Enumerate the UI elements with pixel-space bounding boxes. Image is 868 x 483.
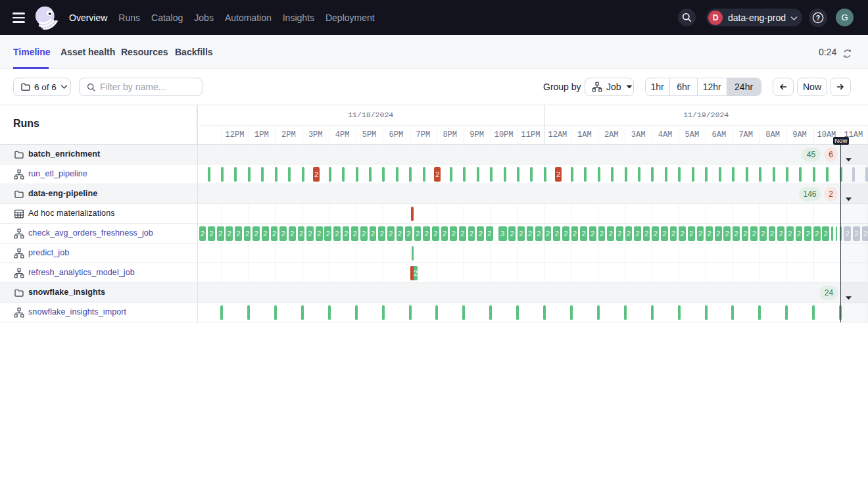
svg-text:?: ? [816,14,820,22]
